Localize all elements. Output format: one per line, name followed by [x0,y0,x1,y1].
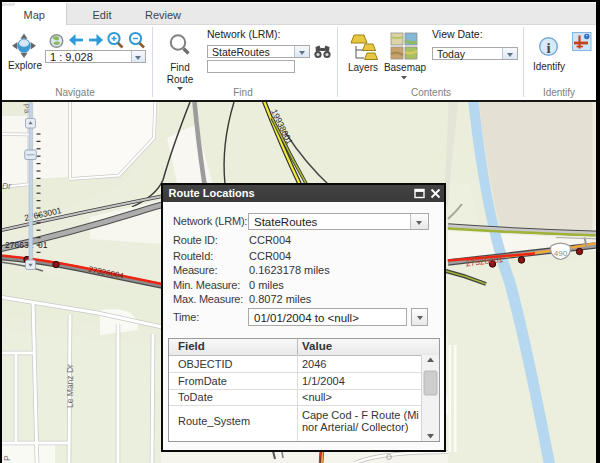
svg-text:490: 490 [554,249,568,258]
svg-text:Le Manz Dr: Le Manz Dr [65,364,75,408]
svg-text:i: i [546,40,550,56]
svg-text:Dr: Dr [2,181,12,191]
svg-text:P: P [2,455,12,461]
